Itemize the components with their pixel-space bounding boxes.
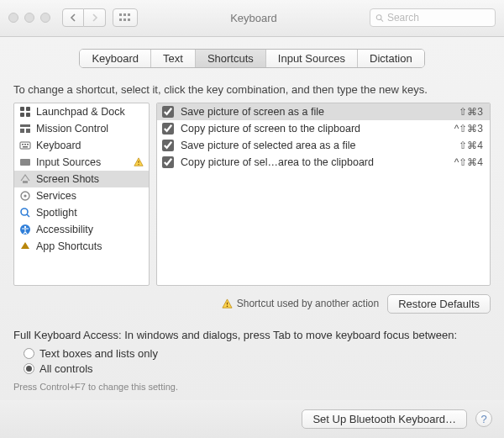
shortcut-desc: Copy picture of sel…area to the clipboar…	[181, 156, 448, 168]
svg-line-7	[381, 19, 383, 21]
close-dot[interactable]	[8, 13, 18, 23]
category-item-app-shortcuts[interactable]: App Shortcuts	[14, 238, 149, 255]
category-label: Services	[36, 190, 76, 202]
appshortcut-icon	[19, 240, 31, 252]
svg-rect-1	[123, 13, 126, 16]
svg-rect-15	[20, 142, 30, 149]
svg-rect-14	[26, 129, 30, 133]
category-label: Mission Control	[36, 123, 108, 135]
svg-point-25	[24, 194, 26, 197]
category-item-keyboard[interactable]: Keyboard	[14, 137, 149, 154]
help-button[interactable]: ?	[475, 410, 492, 427]
input-icon	[19, 156, 31, 168]
footer: Set Up Bluetooth Keyboard… ?	[0, 400, 504, 438]
shortcut-row[interactable]: Copy picture of screen to the clipboard^…	[157, 120, 490, 137]
shortcut-checkbox[interactable]	[162, 156, 174, 168]
radio-button[interactable]	[24, 348, 34, 359]
svg-rect-19	[23, 146, 28, 148]
warning-note: Shortcut used by another action	[222, 298, 379, 309]
category-label: Screen Shots	[36, 173, 99, 185]
shortcut-combo[interactable]: ^⇧⌘4	[454, 156, 483, 168]
search-icon	[375, 13, 384, 23]
window-controls	[8, 13, 50, 23]
radio-button[interactable]	[24, 363, 34, 374]
search-input[interactable]	[387, 12, 490, 24]
shortcut-combo[interactable]: ⇧⌘3	[459, 106, 483, 118]
fka-hint: Press Control+F7 to change this setting.	[13, 382, 491, 392]
shortcut-checkbox[interactable]	[162, 140, 174, 151]
svg-point-26	[21, 208, 28, 215]
svg-rect-5	[128, 18, 130, 21]
zoom-dot[interactable]	[40, 13, 50, 23]
tab-shortcuts[interactable]: Shortcuts	[196, 50, 266, 67]
warning-icon	[222, 298, 233, 309]
tabs: KeyboardTextShortcutsInput SourcesDictat…	[79, 49, 424, 68]
restore-defaults-button[interactable]: Restore Defaults	[387, 294, 491, 314]
svg-rect-18	[27, 144, 29, 145]
svg-point-22	[138, 163, 139, 164]
setup-bluetooth-button[interactable]: Set Up Bluetooth Keyboard…	[302, 409, 467, 429]
fka-option[interactable]: Text boxes and lists only	[24, 346, 491, 361]
svg-rect-10	[20, 113, 24, 117]
category-label: Spotlight	[36, 207, 77, 219]
svg-line-27	[27, 214, 29, 217]
category-label: App Shortcuts	[36, 240, 102, 252]
shortcut-row[interactable]: Save picture of screen as a file⇧⌘3	[157, 103, 490, 120]
category-item-launchpad-dock[interactable]: Launchpad & Dock	[14, 103, 149, 120]
category-item-input-sources[interactable]: Input Sources	[14, 154, 149, 171]
warning-icon	[134, 157, 144, 167]
shortcut-checkbox[interactable]	[162, 123, 174, 135]
svg-rect-20	[20, 159, 30, 166]
svg-point-29	[24, 225, 26, 227]
fka-option-label: All controls	[39, 362, 93, 375]
screenshot-icon	[19, 173, 31, 185]
tab-input-sources[interactable]: Input Sources	[266, 50, 358, 67]
search-field[interactable]	[370, 8, 496, 27]
svg-rect-12	[20, 124, 30, 127]
shortcut-row[interactable]: Copy picture of sel…area to the clipboar…	[157, 154, 490, 171]
keyboard-icon	[19, 140, 31, 151]
tab-dictation[interactable]: Dictation	[358, 50, 424, 67]
accessibility-icon	[19, 224, 31, 235]
fka-intro: Full Keyboard Access: In windows and dia…	[13, 329, 491, 341]
spotlight-icon	[19, 207, 31, 219]
launchpad-icon	[19, 106, 31, 118]
tab-text[interactable]: Text	[151, 50, 196, 67]
category-list[interactable]: Launchpad & DockMission ControlKeyboardI…	[13, 103, 150, 286]
tab-keyboard[interactable]: Keyboard	[80, 50, 151, 67]
shortcut-desc: Save picture of selected area as a file	[181, 140, 452, 151]
svg-rect-8	[20, 107, 24, 111]
category-item-services[interactable]: Services	[14, 187, 149, 204]
show-all-button[interactable]	[113, 8, 138, 27]
back-button[interactable]	[62, 8, 84, 27]
category-item-mission-control[interactable]: Mission Control	[14, 120, 149, 137]
shortcut-row[interactable]: Save picture of selected area as a file⇧…	[157, 137, 490, 154]
category-item-spotlight[interactable]: Spotlight	[14, 204, 149, 221]
warning-note-text: Shortcut used by another action	[237, 298, 379, 309]
forward-button[interactable]	[84, 8, 106, 27]
svg-rect-9	[26, 107, 30, 111]
shortcut-combo[interactable]: ⇧⌘4	[459, 140, 483, 151]
shortcut-desc: Save picture of screen as a file	[181, 106, 452, 118]
shortcut-combo[interactable]: ^⇧⌘3	[454, 123, 483, 135]
category-label: Launchpad & Dock	[36, 106, 125, 118]
nav-buttons	[62, 8, 106, 27]
svg-rect-11	[26, 113, 30, 117]
category-item-accessibility[interactable]: Accessibility	[14, 221, 149, 238]
services-icon	[19, 190, 31, 202]
titlebar: Keyboard	[0, 0, 504, 37]
svg-rect-3	[119, 18, 122, 21]
fka-radio-group: Text boxes and lists onlyAll controls	[24, 346, 491, 377]
svg-rect-2	[128, 13, 130, 16]
fka-option[interactable]: All controls	[24, 361, 491, 377]
shortcut-list[interactable]: Save picture of screen as a file⇧⌘3Copy …	[156, 103, 491, 286]
category-label: Accessibility	[36, 224, 93, 235]
svg-rect-13	[20, 129, 24, 133]
minimize-dot[interactable]	[24, 13, 34, 23]
category-item-screen-shots[interactable]: Screen Shots	[14, 171, 149, 187]
shortcut-checkbox[interactable]	[162, 106, 174, 118]
category-label: Input Sources	[36, 156, 101, 168]
svg-rect-23	[23, 181, 28, 183]
shortcut-desc: Copy picture of screen to the clipboard	[181, 123, 448, 135]
svg-point-31	[226, 305, 228, 307]
